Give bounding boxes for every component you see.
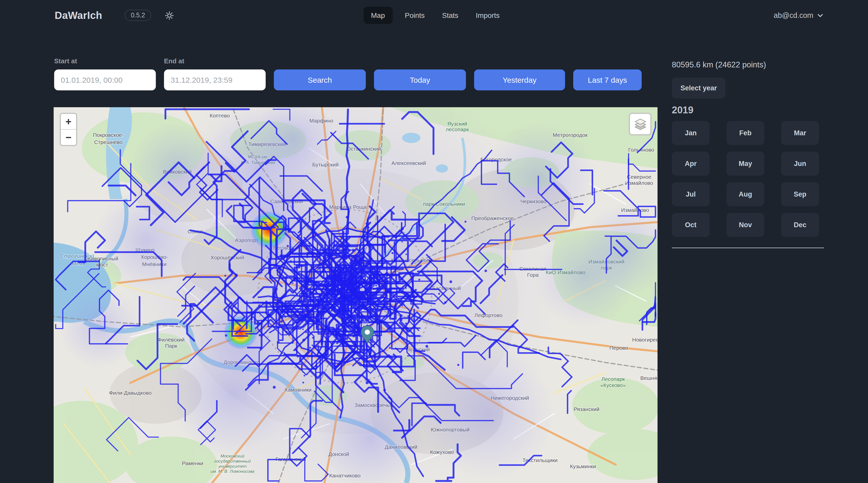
svg-text:Лесопарк: Лесопарк [601,376,625,382]
month-button-oct[interactable]: Oct [672,213,710,237]
stats-sidebar: 80595.6 km (24622 points) Select year 20… [672,60,824,252]
end-at-input[interactable] [164,69,266,90]
filter-bar: Start at End at Search Today Yesterday L… [54,57,642,90]
svg-text:Новогиреево: Новогиреево [632,337,657,343]
end-at-label: End at [164,57,266,65]
month-button-sep[interactable]: Sep [781,182,819,206]
start-at-label: Start at [54,57,156,65]
svg-text:«Кусково»: «Кусково» [600,382,626,388]
layers-icon [633,117,647,131]
month-button-aug[interactable]: Aug [726,182,764,206]
main-nav: Map Points Stats Imports [363,0,505,31]
user-email: ab@cd.com [774,11,813,20]
month-button-jan[interactable]: Jan [672,121,710,145]
user-menu[interactable]: ab@cd.com [774,11,824,20]
select-year-button[interactable]: Select year [672,77,726,99]
sidebar-divider [672,248,824,248]
svg-text:Рязанский: Рязанский [574,406,599,412]
today-button[interactable]: Today [374,69,466,90]
start-at-input[interactable] [54,69,156,90]
app-root: DaWarIch 0.5.2 Map Points Stats Imports … [0,0,868,483]
zoom-out-button[interactable]: − [61,130,76,145]
svg-text:Кузьминки: Кузьминки [570,463,596,469]
app-header: DaWarIch 0.5.2 Map Points Stats Imports … [0,0,868,31]
version-badge: 0.5.2 [125,10,151,21]
month-button-jun[interactable]: Jun [781,152,819,175]
svg-text:Раменки: Раменки [182,460,203,466]
map[interactable]: КоптевоПокровское-СтрешневоТимирязевский… [54,107,657,483]
year-heading: 2019 [672,105,824,116]
nav-stats[interactable]: Stats [437,7,464,24]
nav-imports[interactable]: Imports [470,7,504,24]
svg-text:Перово: Перово [610,345,628,351]
svg-text:Строгинский: Строгинский [60,253,94,259]
month-button-nov[interactable]: Nov [726,213,764,237]
months-grid: Jan Feb Mar Apr May Jun Jul Aug Sep Oct … [672,121,824,237]
svg-text:Северное: Северное [627,174,651,180]
month-button-apr[interactable]: Apr [672,152,710,175]
map-canvas[interactable]: КоптевоПокровское-СтрешневоТимирязевский… [54,107,657,483]
svg-text:Измайлово: Измайлово [625,180,653,186]
chevron-down-icon [817,12,824,19]
layers-control-button[interactable] [629,113,651,135]
svg-text:Стрешнево: Стрешнево [94,139,123,145]
svg-text:Фили-Давыдково: Фили-Давыдково [109,390,152,396]
month-button-jul[interactable]: Jul [672,182,710,206]
svg-text:Гольяново: Гольяново [628,147,654,153]
month-button-dec[interactable]: Dec [781,213,819,237]
theme-toggle[interactable] [164,10,174,20]
search-button[interactable]: Search [274,69,366,90]
svg-text:Вешняки: Вешняки [641,375,657,381]
nav-points[interactable]: Points [400,7,430,24]
month-button-feb[interactable]: Feb [726,121,764,145]
yesterday-button[interactable]: Yesterday [474,69,565,90]
svg-text:Покровское-: Покровское- [93,132,124,138]
nav-map[interactable]: Map [363,7,392,24]
month-button-may[interactable]: May [726,152,764,175]
map-zoom-control: + − [60,113,77,146]
app-logo[interactable]: DaWarIch [55,9,102,21]
zoom-in-button[interactable]: + [61,114,76,130]
last-7-days-button[interactable]: Last 7 days [573,69,642,90]
month-button-mar[interactable]: Mar [781,121,819,145]
distance-total: 80595.6 km (24622 points) [672,60,824,69]
sun-icon [164,10,174,20]
